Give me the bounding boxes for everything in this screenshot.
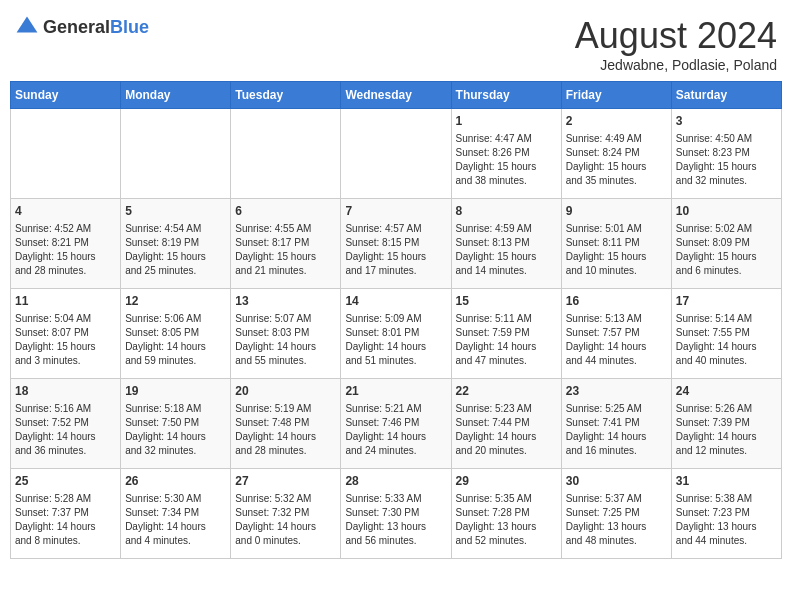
calendar-week-row: 11Sunrise: 5:04 AMSunset: 8:07 PMDayligh… xyxy=(11,289,782,379)
calendar-cell: 3Sunrise: 4:50 AMSunset: 8:23 PMDaylight… xyxy=(671,109,781,199)
day-info: Sunrise: 5:14 AMSunset: 7:55 PMDaylight:… xyxy=(676,312,777,368)
logo-text-general: General xyxy=(43,17,110,37)
calendar-cell: 14Sunrise: 5:09 AMSunset: 8:01 PMDayligh… xyxy=(341,289,451,379)
calendar-cell xyxy=(11,109,121,199)
day-number: 4 xyxy=(15,203,116,220)
calendar-cell: 11Sunrise: 5:04 AMSunset: 8:07 PMDayligh… xyxy=(11,289,121,379)
day-info: Sunrise: 5:21 AMSunset: 7:46 PMDaylight:… xyxy=(345,402,446,458)
day-number: 21 xyxy=(345,383,446,400)
day-info: Sunrise: 5:04 AMSunset: 8:07 PMDaylight:… xyxy=(15,312,116,368)
day-number: 18 xyxy=(15,383,116,400)
weekday-header-tuesday: Tuesday xyxy=(231,82,341,109)
day-number: 16 xyxy=(566,293,667,310)
day-info: Sunrise: 4:54 AMSunset: 8:19 PMDaylight:… xyxy=(125,222,226,278)
calendar-subtitle: Jedwabne, Podlasie, Poland xyxy=(575,57,777,73)
day-number: 27 xyxy=(235,473,336,490)
calendar-cell: 9Sunrise: 5:01 AMSunset: 8:11 PMDaylight… xyxy=(561,199,671,289)
day-number: 13 xyxy=(235,293,336,310)
weekday-header-friday: Friday xyxy=(561,82,671,109)
day-number: 1 xyxy=(456,113,557,130)
day-info: Sunrise: 5:16 AMSunset: 7:52 PMDaylight:… xyxy=(15,402,116,458)
day-info: Sunrise: 5:25 AMSunset: 7:41 PMDaylight:… xyxy=(566,402,667,458)
calendar-cell: 26Sunrise: 5:30 AMSunset: 7:34 PMDayligh… xyxy=(121,469,231,559)
calendar-cell: 12Sunrise: 5:06 AMSunset: 8:05 PMDayligh… xyxy=(121,289,231,379)
calendar-week-row: 18Sunrise: 5:16 AMSunset: 7:52 PMDayligh… xyxy=(11,379,782,469)
day-number: 11 xyxy=(15,293,116,310)
day-number: 20 xyxy=(235,383,336,400)
day-info: Sunrise: 5:26 AMSunset: 7:39 PMDaylight:… xyxy=(676,402,777,458)
day-info: Sunrise: 5:33 AMSunset: 7:30 PMDaylight:… xyxy=(345,492,446,548)
day-info: Sunrise: 5:13 AMSunset: 7:57 PMDaylight:… xyxy=(566,312,667,368)
calendar-cell: 23Sunrise: 5:25 AMSunset: 7:41 PMDayligh… xyxy=(561,379,671,469)
svg-marker-0 xyxy=(17,17,38,33)
calendar-cell xyxy=(341,109,451,199)
day-info: Sunrise: 5:01 AMSunset: 8:11 PMDaylight:… xyxy=(566,222,667,278)
calendar-header-row: SundayMondayTuesdayWednesdayThursdayFrid… xyxy=(11,82,782,109)
calendar-cell: 13Sunrise: 5:07 AMSunset: 8:03 PMDayligh… xyxy=(231,289,341,379)
day-number: 10 xyxy=(676,203,777,220)
weekday-header-saturday: Saturday xyxy=(671,82,781,109)
day-number: 23 xyxy=(566,383,667,400)
logo-text-blue: Blue xyxy=(110,17,149,37)
calendar-cell: 7Sunrise: 4:57 AMSunset: 8:15 PMDaylight… xyxy=(341,199,451,289)
day-info: Sunrise: 5:38 AMSunset: 7:23 PMDaylight:… xyxy=(676,492,777,548)
day-number: 24 xyxy=(676,383,777,400)
day-number: 31 xyxy=(676,473,777,490)
day-info: Sunrise: 4:49 AMSunset: 8:24 PMDaylight:… xyxy=(566,132,667,188)
day-info: Sunrise: 5:23 AMSunset: 7:44 PMDaylight:… xyxy=(456,402,557,458)
day-number: 22 xyxy=(456,383,557,400)
day-number: 14 xyxy=(345,293,446,310)
day-number: 8 xyxy=(456,203,557,220)
day-info: Sunrise: 5:37 AMSunset: 7:25 PMDaylight:… xyxy=(566,492,667,548)
day-number: 29 xyxy=(456,473,557,490)
day-info: Sunrise: 5:30 AMSunset: 7:34 PMDaylight:… xyxy=(125,492,226,548)
day-info: Sunrise: 5:07 AMSunset: 8:03 PMDaylight:… xyxy=(235,312,336,368)
day-info: Sunrise: 5:18 AMSunset: 7:50 PMDaylight:… xyxy=(125,402,226,458)
page-header: GeneralBlue August 2024 Jedwabne, Podlas… xyxy=(10,10,782,73)
calendar-cell: 16Sunrise: 5:13 AMSunset: 7:57 PMDayligh… xyxy=(561,289,671,379)
calendar-cell xyxy=(121,109,231,199)
calendar-week-row: 1Sunrise: 4:47 AMSunset: 8:26 PMDaylight… xyxy=(11,109,782,199)
calendar-cell: 10Sunrise: 5:02 AMSunset: 8:09 PMDayligh… xyxy=(671,199,781,289)
title-block: August 2024 Jedwabne, Podlasie, Poland xyxy=(575,15,777,73)
day-info: Sunrise: 5:28 AMSunset: 7:37 PMDaylight:… xyxy=(15,492,116,548)
calendar-cell: 28Sunrise: 5:33 AMSunset: 7:30 PMDayligh… xyxy=(341,469,451,559)
day-info: Sunrise: 5:06 AMSunset: 8:05 PMDaylight:… xyxy=(125,312,226,368)
calendar-week-row: 4Sunrise: 4:52 AMSunset: 8:21 PMDaylight… xyxy=(11,199,782,289)
calendar-cell: 20Sunrise: 5:19 AMSunset: 7:48 PMDayligh… xyxy=(231,379,341,469)
calendar-table: SundayMondayTuesdayWednesdayThursdayFrid… xyxy=(10,81,782,559)
calendar-cell: 27Sunrise: 5:32 AMSunset: 7:32 PMDayligh… xyxy=(231,469,341,559)
calendar-cell: 31Sunrise: 5:38 AMSunset: 7:23 PMDayligh… xyxy=(671,469,781,559)
day-number: 5 xyxy=(125,203,226,220)
calendar-body: 1Sunrise: 4:47 AMSunset: 8:26 PMDaylight… xyxy=(11,109,782,559)
day-number: 6 xyxy=(235,203,336,220)
calendar-cell: 21Sunrise: 5:21 AMSunset: 7:46 PMDayligh… xyxy=(341,379,451,469)
calendar-cell: 30Sunrise: 5:37 AMSunset: 7:25 PMDayligh… xyxy=(561,469,671,559)
calendar-week-row: 25Sunrise: 5:28 AMSunset: 7:37 PMDayligh… xyxy=(11,469,782,559)
day-number: 30 xyxy=(566,473,667,490)
day-number: 9 xyxy=(566,203,667,220)
calendar-cell: 25Sunrise: 5:28 AMSunset: 7:37 PMDayligh… xyxy=(11,469,121,559)
day-number: 19 xyxy=(125,383,226,400)
day-number: 28 xyxy=(345,473,446,490)
calendar-cell: 1Sunrise: 4:47 AMSunset: 8:26 PMDaylight… xyxy=(451,109,561,199)
day-number: 17 xyxy=(676,293,777,310)
day-info: Sunrise: 5:32 AMSunset: 7:32 PMDaylight:… xyxy=(235,492,336,548)
day-info: Sunrise: 4:47 AMSunset: 8:26 PMDaylight:… xyxy=(456,132,557,188)
day-info: Sunrise: 4:55 AMSunset: 8:17 PMDaylight:… xyxy=(235,222,336,278)
day-number: 3 xyxy=(676,113,777,130)
day-number: 26 xyxy=(125,473,226,490)
calendar-cell: 5Sunrise: 4:54 AMSunset: 8:19 PMDaylight… xyxy=(121,199,231,289)
day-number: 12 xyxy=(125,293,226,310)
calendar-cell: 17Sunrise: 5:14 AMSunset: 7:55 PMDayligh… xyxy=(671,289,781,379)
calendar-cell: 8Sunrise: 4:59 AMSunset: 8:13 PMDaylight… xyxy=(451,199,561,289)
day-info: Sunrise: 5:35 AMSunset: 7:28 PMDaylight:… xyxy=(456,492,557,548)
day-number: 7 xyxy=(345,203,446,220)
day-info: Sunrise: 5:19 AMSunset: 7:48 PMDaylight:… xyxy=(235,402,336,458)
calendar-cell: 18Sunrise: 5:16 AMSunset: 7:52 PMDayligh… xyxy=(11,379,121,469)
day-info: Sunrise: 4:57 AMSunset: 8:15 PMDaylight:… xyxy=(345,222,446,278)
calendar-cell: 6Sunrise: 4:55 AMSunset: 8:17 PMDaylight… xyxy=(231,199,341,289)
day-info: Sunrise: 5:09 AMSunset: 8:01 PMDaylight:… xyxy=(345,312,446,368)
calendar-cell xyxy=(231,109,341,199)
day-info: Sunrise: 4:59 AMSunset: 8:13 PMDaylight:… xyxy=(456,222,557,278)
